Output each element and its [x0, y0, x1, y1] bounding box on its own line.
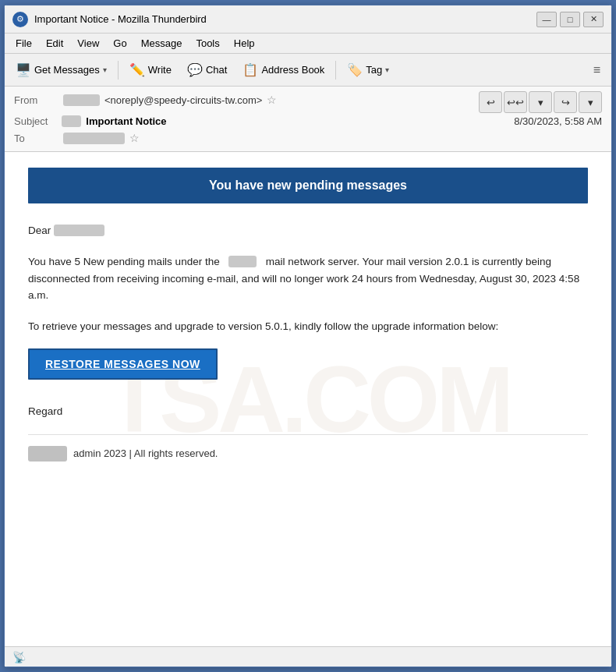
menu-bar: File Edit View Go Message Tools Help	[5, 34, 611, 54]
to-label: To	[14, 133, 57, 144]
menu-go[interactable]: Go	[107, 35, 133, 51]
navigation-buttons: ↩ ↩↩ ▾ ↪ ▾	[479, 91, 602, 113]
window-title: Important Notice - Mozilla Thunderbird	[34, 13, 530, 25]
to-row: To ☆	[14, 129, 602, 147]
reply-all-button[interactable]: ↩↩	[504, 91, 527, 113]
to-star-icon[interactable]: ☆	[129, 132, 140, 144]
footer-text: admin 2023 | All rights reserved.	[73, 447, 218, 459]
from-label: From	[14, 94, 57, 106]
para1-start: You have 5 New pending mails under the	[28, 256, 220, 267]
email-body-wrapper: TSA.COM You have new pending messages De…	[5, 152, 611, 646]
regard-text: Regard	[28, 403, 588, 420]
status-bar: 📡	[5, 646, 611, 667]
para1-blurred	[228, 256, 257, 267]
minimize-button[interactable]: —	[536, 12, 557, 27]
menu-edit[interactable]: Edit	[40, 35, 69, 51]
window-controls: — □ ✕	[536, 12, 604, 27]
menu-file[interactable]: File	[9, 35, 38, 51]
write-label: Write	[148, 64, 172, 76]
chat-icon: 💬	[187, 62, 203, 77]
forward-button[interactable]: ↪	[554, 91, 577, 113]
tag-dropdown-icon: ▾	[385, 65, 389, 74]
get-messages-button[interactable]: 🖥️ Get Messages ▾	[9, 59, 113, 80]
body-paragraph-2: To retrieve your messages and upgrade to…	[28, 318, 588, 335]
write-button[interactable]: ✏️ Write	[123, 59, 178, 80]
from-star-icon[interactable]: ☆	[267, 94, 277, 106]
footer-logo-blurred	[28, 446, 67, 462]
from-row: From <noreply@speedy-circuits-tw.com> ☆	[14, 91, 479, 108]
menu-help[interactable]: Help	[228, 35, 261, 51]
application-window: ⚙ Important Notice - Mozilla Thunderbird…	[4, 5, 612, 667]
toolbar: 🖥️ Get Messages ▾ ✏️ Write 💬 Chat 📋 Addr…	[5, 54, 611, 87]
subject-left: Subject Important Notice	[14, 115, 167, 127]
subject-text: Important Notice	[86, 115, 166, 127]
email-footer: admin 2023 | All rights reserved.	[28, 434, 588, 462]
toolbar-divider-2	[335, 61, 336, 80]
address-book-icon: 📋	[243, 62, 258, 77]
from-name-blurred	[63, 94, 100, 106]
hamburger-menu-button[interactable]: ≡	[587, 60, 607, 80]
forward-dropdown-button[interactable]: ▾	[579, 91, 602, 113]
menu-tools[interactable]: Tools	[189, 35, 225, 51]
get-messages-label: Get Messages	[34, 64, 100, 76]
tag-icon: 🏷️	[347, 62, 363, 77]
subject-row: Subject Important Notice 8/30/2023, 5:58…	[14, 113, 602, 129]
toolbar-divider-1	[118, 61, 119, 80]
dear-label: Dear	[28, 225, 51, 236]
to-value: ☆	[63, 132, 602, 144]
title-bar: ⚙ Important Notice - Mozilla Thunderbird…	[5, 5, 611, 34]
from-value: <noreply@speedy-circuits-tw.com> ☆	[63, 94, 479, 106]
get-messages-icon: 🖥️	[16, 62, 31, 77]
menu-view[interactable]: View	[71, 35, 105, 51]
email-content: You have new pending messages Dear You h…	[5, 152, 611, 477]
dear-name-blurred	[54, 225, 104, 236]
restore-messages-button[interactable]: RESTORE MESSAGES NOW	[28, 348, 218, 380]
nav-dropdown-button[interactable]: ▾	[529, 91, 552, 113]
get-messages-dropdown-icon[interactable]: ▾	[103, 65, 107, 74]
tag-label: Tag	[366, 64, 382, 76]
address-book-button[interactable]: 📋 Address Book	[236, 59, 331, 80]
maximize-button[interactable]: □	[560, 12, 580, 27]
dear-paragraph: Dear	[28, 222, 588, 239]
subject-label: Subject	[14, 115, 57, 127]
email-header: From <noreply@speedy-circuits-tw.com> ☆ …	[5, 87, 611, 152]
email-date: 8/30/2023, 5:58 AM	[514, 115, 602, 127]
email-banner: You have new pending messages	[28, 168, 588, 203]
tag-button[interactable]: 🏷️ Tag ▾	[341, 59, 395, 80]
body-paragraph-1: You have 5 New pending mails under the m…	[28, 253, 588, 304]
write-icon: ✏️	[129, 62, 145, 77]
chat-label: Chat	[206, 64, 227, 76]
from-address: <noreply@speedy-circuits-tw.com>	[104, 94, 263, 106]
email-body: TSA.COM You have new pending messages De…	[5, 152, 611, 646]
close-button[interactable]: ✕	[583, 12, 604, 27]
subject-blurred	[62, 115, 81, 127]
menu-message[interactable]: Message	[135, 35, 189, 51]
reply-button[interactable]: ↩	[479, 91, 502, 113]
app-icon: ⚙	[12, 12, 28, 27]
to-address-blurred	[63, 133, 125, 144]
status-icon: 📡	[12, 651, 26, 663]
address-book-label: Address Book	[261, 64, 324, 76]
chat-button[interactable]: 💬 Chat	[181, 59, 233, 80]
